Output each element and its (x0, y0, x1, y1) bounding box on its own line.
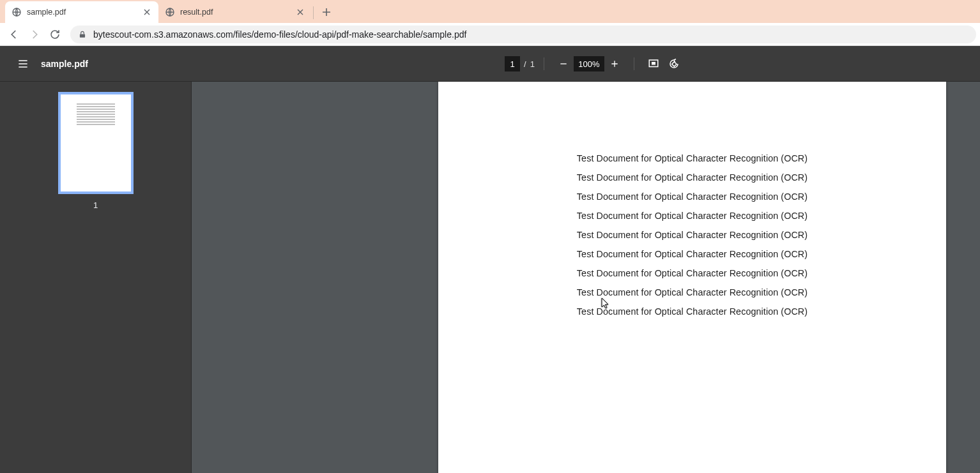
globe-icon (11, 7, 22, 17)
tab-title: sample.pdf (27, 8, 142, 17)
lock-icon (78, 30, 87, 39)
pdf-body: 1 Test Document for Optical Character Re… (0, 82, 980, 473)
document-text-line: Test Document for Optical Character Reco… (577, 211, 808, 221)
thumbnail-page-number: 1 (93, 200, 98, 210)
pdf-controls: / 1 100% (505, 46, 684, 82)
forward-button[interactable] (24, 24, 45, 45)
page-total: 1 (530, 59, 535, 69)
document-text-line: Test Document for Optical Character Reco… (577, 153, 808, 163)
back-button[interactable] (4, 24, 24, 45)
tab-divider (313, 6, 314, 19)
rotate-button[interactable] (664, 54, 684, 74)
document-text-line: Test Document for Optical Character Reco… (577, 306, 808, 317)
document-text-line: Test Document for Optical Character Reco… (577, 249, 808, 259)
pdf-page-content: Test Document for Optical Character Reco… (438, 82, 946, 317)
close-icon[interactable] (142, 7, 152, 17)
close-icon[interactable] (295, 7, 305, 17)
document-text-line: Test Document for Optical Character Reco… (577, 172, 808, 183)
browser-tab-active[interactable]: sample.pdf (5, 1, 158, 23)
browser-tab-strip: sample.pdf result.pdf (0, 0, 980, 23)
page-separator: / (524, 59, 526, 69)
fit-page-button[interactable] (643, 54, 664, 74)
page-thumbnail[interactable] (58, 92, 134, 194)
url-text: bytescout-com.s3.amazonaws.com/files/dem… (93, 29, 466, 40)
thumbnail-preview (61, 103, 131, 125)
svg-rect-5 (672, 62, 677, 66)
address-bar[interactable]: bytescout-com.s3.amazonaws.com/files/dem… (70, 26, 976, 43)
zoom-level[interactable]: 100% (574, 56, 604, 71)
reload-button[interactable] (45, 24, 65, 45)
page-viewport[interactable]: Test Document for Optical Character Reco… (192, 82, 980, 473)
divider (634, 57, 634, 70)
globe-icon (165, 7, 175, 17)
thumbnail-panel: 1 (0, 82, 192, 473)
browser-tab[interactable]: result.pdf (158, 1, 312, 23)
document-text-line: Test Document for Optical Character Reco… (577, 230, 808, 240)
svg-rect-2 (80, 34, 85, 37)
svg-rect-4 (652, 63, 655, 64)
browser-toolbar: bytescout-com.s3.amazonaws.com/files/dem… (0, 23, 980, 46)
page-number-input[interactable] (505, 56, 520, 71)
document-text-line: Test Document for Optical Character Reco… (577, 268, 808, 278)
menu-icon[interactable] (10, 51, 36, 77)
pdf-filename: sample.pdf (41, 59, 88, 69)
zoom-in-button[interactable] (604, 54, 625, 74)
pdf-page: Test Document for Optical Character Reco… (438, 82, 946, 473)
zoom-out-button[interactable] (553, 54, 574, 74)
tab-title: result.pdf (180, 8, 295, 17)
new-tab-button[interactable] (318, 3, 335, 21)
document-text-line: Test Document for Optical Character Reco… (577, 287, 808, 297)
pdf-toolbar: sample.pdf / 1 100% (0, 46, 980, 82)
document-text-line: Test Document for Optical Character Reco… (577, 191, 808, 202)
divider (544, 57, 544, 70)
